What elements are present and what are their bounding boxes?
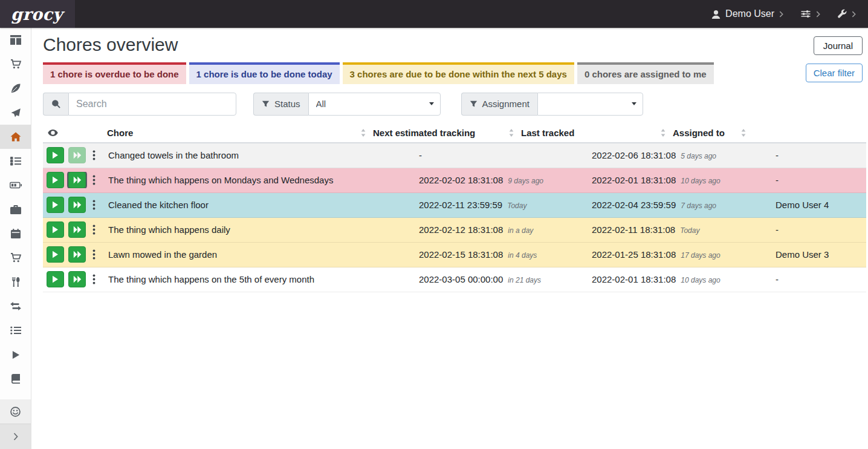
sliders-icon [800, 9, 811, 19]
table-row: Cleaned the kitchen floor 2022-02-11 23:… [43, 193, 866, 218]
clear-filter-button[interactable]: Clear filter [806, 64, 863, 82]
page-title: Chores overview [43, 34, 178, 56]
grocy-logo[interactable]: grocy [11, 6, 63, 22]
assigned-to-cell: - [771, 175, 866, 185]
search-input[interactable] [68, 93, 236, 116]
assigned-to-cell: - [771, 224, 866, 235]
table-row: The thing which happens daily 2022-02-12… [43, 218, 866, 243]
track-chore-button[interactable] [47, 197, 64, 213]
track-chore-button[interactable] [47, 246, 64, 263]
header-assigned-to[interactable]: Assigned to [669, 123, 750, 142]
eye-icon [48, 129, 58, 136]
battery-icon [10, 182, 22, 189]
row-controls [43, 221, 103, 238]
fast-forward-icon [73, 226, 82, 234]
skip-chore-button[interactable] [68, 197, 86, 213]
wrench-icon [837, 9, 847, 19]
chevron-right-icon [852, 11, 856, 18]
chore-name: The thing which happens on Mondays and W… [103, 175, 414, 185]
chevron-right-icon [816, 11, 820, 18]
admin-menu[interactable] [837, 9, 856, 19]
sidebar-item-journal-book[interactable] [0, 367, 31, 391]
sidebar-item-purchases[interactable] [0, 246, 31, 270]
sidebar-item-equipment[interactable] [0, 197, 31, 221]
sidebar-expand-toggle[interactable] [0, 424, 31, 449]
chevron-right-icon [779, 11, 783, 18]
sort-icon [741, 129, 746, 137]
sidebar-item-recipes[interactable] [0, 270, 31, 294]
header-last-tracked[interactable]: Last tracked [517, 123, 669, 142]
row-controls [43, 147, 103, 163]
chore-name: Lawn mowed in the garden [103, 249, 414, 260]
row-menu-button[interactable] [90, 249, 98, 260]
briefcase-icon [10, 205, 21, 214]
skip-chore-button[interactable] [68, 246, 86, 263]
sidebar-item-play[interactable] [0, 342, 31, 367]
sidebar-item-paper-plane[interactable] [0, 100, 31, 125]
sidebar-item-dashboard[interactable] [0, 28, 31, 52]
row-controls [43, 246, 103, 263]
track-chore-button[interactable] [47, 221, 64, 238]
header-chore[interactable]: Chore [103, 123, 369, 142]
assigned-to-cell: Demo User 3 [771, 249, 866, 260]
banner-due-today[interactable]: 1 chore is due to be done today [189, 62, 340, 84]
row-menu-button[interactable] [90, 274, 98, 284]
fast-forward-icon [73, 251, 82, 258]
dashboard-icon [10, 35, 21, 45]
sidebar-item-chores[interactable] [0, 125, 31, 149]
filter-row: Status All Assignment [43, 93, 866, 116]
user-menu[interactable]: Demo User [711, 8, 783, 19]
filter-funnel-icon [470, 100, 478, 108]
track-chore-button[interactable] [47, 271, 64, 287]
table-row: The thing which happens on the 5th of ev… [43, 267, 866, 292]
sidebar-item-shopping-cart[interactable] [0, 52, 31, 76]
skip-chore-button [68, 147, 86, 163]
track-chore-button[interactable] [47, 172, 64, 188]
banner-overdue[interactable]: 1 chore is overdue to be done [43, 62, 186, 84]
row-menu-button[interactable] [90, 200, 98, 210]
journal-button[interactable]: Journal [814, 36, 863, 55]
sidebar-item-calendar[interactable] [0, 221, 31, 246]
skip-chore-button[interactable] [68, 271, 86, 287]
banner-assigned-me[interactable]: 0 chores are assigned to me [577, 62, 714, 84]
book-icon [11, 374, 20, 384]
skip-chore-button[interactable] [68, 172, 86, 188]
status-select[interactable]: All [308, 93, 441, 116]
sidebar-item-transfer[interactable] [0, 294, 31, 318]
header-next-tracking[interactable]: Next estimated tracking [369, 123, 517, 142]
row-controls [43, 172, 103, 188]
next-tracking-cell: 2022-02-02 18:31:089 days ago [414, 175, 587, 185]
row-menu-button[interactable] [90, 175, 98, 185]
shopping-cart-icon [10, 59, 21, 69]
assignment-select[interactable] [537, 93, 643, 116]
skip-chore-button[interactable] [68, 221, 86, 238]
banner-due-soon[interactable]: 3 chores are due to be done within the n… [343, 62, 574, 84]
play-icon [52, 151, 59, 159]
sort-icon [509, 129, 514, 137]
sidebar-item-checklist[interactable] [0, 318, 31, 342]
column-visibility-toggle[interactable] [43, 125, 103, 140]
main-content: Chores overview Journal 1 chore is overd… [31, 28, 868, 449]
search-prepend [43, 93, 68, 116]
row-controls [43, 271, 103, 287]
row-menu-button[interactable] [90, 224, 98, 235]
row-menu-button[interactable] [90, 150, 98, 160]
next-tracking-cell: 2022-03-05 00:00:00in 21 days [414, 274, 587, 284]
last-tracked-cell: 2022-02-11 18:31:08Today [587, 224, 771, 235]
ellipsis-v-icon [92, 249, 96, 260]
next-tracking-cell: 2022-02-15 18:31:08in 4 days [414, 249, 587, 260]
chores-table: Chore Next estimated tracking Last track… [43, 123, 866, 292]
next-tracking-cell: - [414, 150, 587, 160]
sidebar-item-batteries[interactable] [0, 173, 31, 197]
sidebar-item-feather[interactable] [0, 76, 31, 100]
sidebar-item-tasks[interactable] [0, 149, 31, 173]
assignment-filter-group: Assignment [461, 93, 643, 116]
settings-menu[interactable] [800, 9, 820, 19]
ellipsis-v-icon [92, 150, 96, 160]
last-tracked-cell: 2022-02-04 23:59:597 days ago [587, 200, 771, 210]
track-chore-button[interactable] [47, 147, 64, 163]
sidebar-item-feedback[interactable] [0, 399, 31, 424]
search-icon [51, 99, 60, 108]
filter-funnel-icon [262, 100, 270, 108]
status-filter-label: Status [253, 93, 308, 116]
